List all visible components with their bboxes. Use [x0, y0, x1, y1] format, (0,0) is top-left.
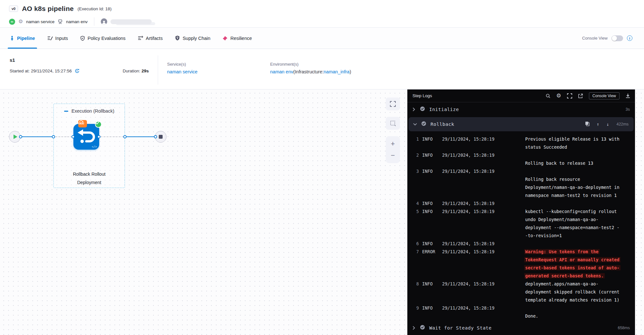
section-name: Wait for Steady State: [429, 325, 492, 330]
log-section-wait-steady-state[interactable]: Wait for Steady State 658ms: [407, 321, 635, 335]
rerun-history-icon[interactable]: [74, 68, 80, 74]
log-line: 4INFO29/11/2024, 15:28:19: [413, 200, 630, 208]
zoom-panel: + −: [386, 136, 400, 163]
infrastructure-link[interactable]: naman_infra: [324, 69, 350, 74]
chevron-down-icon: [413, 123, 417, 126]
tab-label: Policy Evaluations: [88, 36, 126, 41]
version-badge[interactable]: v0: [9, 5, 18, 12]
open-in-new-icon[interactable]: [578, 93, 583, 98]
log-line: 7ERROR29/11/2024, 15:28:19Warning: Use t…: [413, 248, 630, 256]
section-name: Rollback: [431, 122, 454, 127]
log-line: namespace naman-test2 to revision 1: [413, 191, 630, 200]
tab-label: Resilience: [230, 36, 252, 41]
connector-dot: [154, 135, 157, 138]
edge-start: [20, 136, 54, 137]
environment-link[interactable]: naman env: [270, 69, 293, 74]
log-line: secret-based tokens instead of auto-: [413, 264, 630, 272]
tab-policy-evaluations[interactable]: Policy Evaluations: [80, 28, 126, 49]
environment-value: naman env(Infrastructure:naman_infra): [270, 69, 351, 74]
environment-icon: [58, 19, 63, 24]
divider: [94, 17, 94, 26]
fullscreen-icon[interactable]: [567, 93, 572, 98]
stage-summary-bar: s1 Started at: 29/11/2024, 15:27:56 Dura…: [0, 49, 644, 89]
stage-name[interactable]: s1: [10, 57, 149, 63]
cd-module-icon: ∞: [9, 19, 15, 25]
zoom-in-button[interactable]: +: [386, 138, 400, 150]
log-entries: 1INFO29/11/2024, 15:28:19Previous eligib…: [407, 132, 635, 321]
scroll-up-icon[interactable]: ↑: [597, 122, 599, 127]
log-line: Done.: [413, 312, 630, 320]
tab-label: Artifacts: [146, 36, 163, 41]
log-line: 3INFO29/11/2024, 15:28:19: [413, 167, 630, 175]
log-line: Rolling back resource: [413, 175, 630, 183]
resilience-icon: [223, 36, 228, 41]
log-line: generated secret-based tokens.: [413, 272, 630, 280]
policy-shield-icon: [80, 36, 85, 41]
started-at: Started at: 29/11/2024, 15:27:56: [10, 69, 72, 73]
log-line: template already matches revision 1): [413, 296, 630, 304]
check-circle-icon: [421, 121, 426, 127]
log-line: 9INFO29/11/2024, 15:28:19: [413, 304, 630, 312]
log-settings-gear-icon[interactable]: ⚙: [556, 93, 561, 98]
info-icon[interactable]: i: [627, 35, 632, 41]
console-view-toggle[interactable]: [611, 35, 623, 41]
check-circle-icon: [420, 106, 425, 113]
service-name[interactable]: naman service: [26, 19, 54, 24]
log-line: 8INFO29/11/2024, 15:28:19deployment.apps…: [413, 280, 630, 288]
collapse-minus-icon[interactable]: [64, 111, 68, 112]
tab-label: Pipeline: [17, 36, 35, 41]
tab-inputs[interactable]: Inputs: [47, 28, 68, 49]
connector-dot: [19, 135, 22, 138]
connector-dot: [97, 135, 100, 138]
log-panel-title: Step Logs: [412, 93, 432, 98]
log-line: Rolling back to release 13: [413, 159, 630, 167]
download-logs-icon[interactable]: [625, 93, 630, 98]
execution-id: (Execution Id: 18): [78, 6, 112, 11]
execution-group-label[interactable]: Execution (Rollback): [71, 108, 114, 114]
gear-icon[interactable]: ⚙: [18, 19, 23, 24]
log-line: deployment skipped rollback (current: [413, 288, 630, 296]
code-mark: </>: [92, 145, 97, 148]
tab-pipeline[interactable]: Pipeline: [10, 28, 35, 49]
log-line: 1INFO29/11/2024, 15:28:19Previous eligib…: [413, 135, 630, 143]
edge-end: [126, 136, 156, 137]
inputs-icon: [47, 36, 53, 41]
chevron-right-icon: [412, 326, 416, 330]
section-duration: 422ms: [616, 122, 629, 126]
avatar: [101, 18, 107, 25]
copy-logs-icon[interactable]: [585, 121, 590, 127]
chevron-right-icon: [412, 107, 416, 111]
connector-dot: [52, 135, 55, 138]
log-line: 5INFO29/11/2024, 15:28:19kubectl --kubec…: [413, 208, 630, 216]
search-icon[interactable]: [545, 93, 551, 98]
pipeline-canvas: Execution (Rollback) </> Rollback Rollou…: [0, 89, 644, 335]
log-section-initialize[interactable]: Initialize 3s: [407, 102, 635, 116]
stop-icon: [159, 135, 163, 139]
environments-label: Environment(s): [270, 62, 351, 67]
tab-label: Inputs: [55, 36, 68, 41]
tab-artifacts[interactable]: Artifacts: [138, 28, 163, 49]
log-line: 2INFO29/11/2024, 15:28:19: [413, 151, 630, 159]
zoom-out-button[interactable]: −: [386, 150, 400, 161]
log-line: deployment --namespace=naman-test2 -: [413, 224, 630, 232]
tab-bar: Pipeline Inputs Policy Evaluations Artif…: [0, 28, 644, 49]
step-logs-panel: Step Logs ⚙ Console View Initialize 3s: [407, 89, 635, 335]
section-duration: 3s: [626, 107, 630, 112]
scroll-down-icon[interactable]: ↓: [606, 122, 609, 127]
play-icon: [14, 135, 17, 139]
duration: Duration: 29s: [123, 69, 149, 73]
service-link[interactable]: naman service: [167, 69, 197, 74]
selection-marquee-button[interactable]: [386, 117, 400, 130]
tab-resilience[interactable]: Resilience: [223, 28, 252, 49]
log-line: -to-revision=1: [413, 232, 630, 240]
log-line: undo Deployment/naman-qa-ao-: [413, 216, 630, 224]
execution-group-box: Execution (Rollback) </> Rollback Rollou…: [53, 104, 125, 188]
log-section-rollback[interactable]: Rollback ↑ ↓ 422ms: [409, 117, 634, 131]
fit-to-screen-button[interactable]: [386, 98, 400, 110]
step-label[interactable]: Rollback Rollout Deployment: [54, 170, 125, 187]
tab-supply-chain[interactable]: Supply Chain: [175, 28, 210, 49]
canvas-controls: + −: [386, 98, 400, 163]
environment-name[interactable]: naman env: [66, 19, 88, 24]
rollback-step-node[interactable]: </>: [73, 124, 99, 150]
console-view-button[interactable]: Console View: [589, 92, 620, 99]
